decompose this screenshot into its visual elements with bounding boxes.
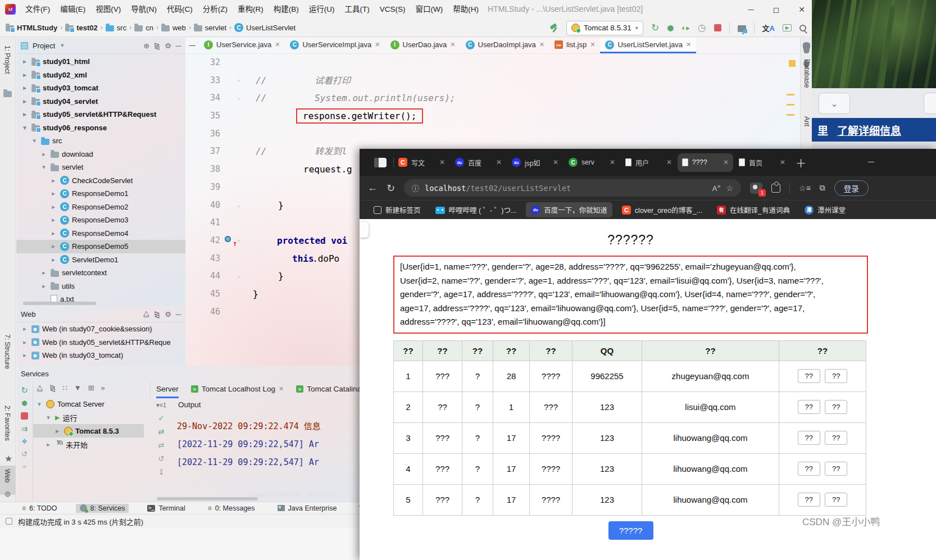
browser-tab-jsp如[interactable]: dujsp如✕: [507, 153, 563, 172]
browser-tab-首页[interactable]: 首页✕: [734, 153, 790, 172]
bookmark-在线翻译_有道词典[interactable]: 有在线翻译_有道词典: [712, 202, 795, 217]
project-tree-item-src[interactable]: ▾src: [16, 134, 185, 148]
project-tree-item-CheckCodeServlet[interactable]: ▸CCheckCodeServlet: [16, 174, 185, 188]
fold-marker-icon[interactable]: ▿: [237, 72, 240, 90]
breadcrumb-item-servlet[interactable]: servlet: [194, 24, 226, 32]
stripe-tab-structure[interactable]: 7: Structure: [3, 334, 11, 369]
project-tree-item-download[interactable]: ▸download: [16, 148, 185, 161]
stripe-tab-favorites[interactable]: 2: Favorites: [3, 406, 11, 441]
editor-tab-list.jsp[interactable]: jsplist.jsp✕: [549, 38, 600, 53]
project-tree-item-study05_servlet&HTTP&Request[interactable]: ▸study05_servlet&HTTP&Request: [16, 108, 185, 121]
collapse-all-icon[interactable]: ⧎: [154, 310, 160, 318]
toolwindow-tab-Java Enterprise[interactable]: Java Enterprise: [274, 504, 341, 513]
close-icon[interactable]: ✕: [610, 158, 615, 166]
minimize-icon[interactable]: ─: [748, 5, 754, 14]
browser-tab-百度[interactable]: du百度✕: [451, 153, 506, 172]
background-dropdown[interactable]: ⌄: [819, 93, 850, 114]
console-tab-Tomcat Localhost Log[interactable]: >Tomcat Localhost Log✕: [191, 385, 284, 398]
stripe-tab-project[interactable]: 1: Project: [3, 45, 11, 74]
services-item-未开始[interactable]: ▸未开始: [33, 438, 144, 451]
menu-item-12[interactable]: 帮助(H): [448, 0, 484, 19]
services-item-运行[interactable]: ▾▶运行: [33, 411, 144, 424]
tree-collapsed-icon[interactable]: ▸: [49, 216, 57, 224]
tree-collapsed-icon[interactable]: ▸: [49, 230, 57, 237]
fold-marker-icon[interactable]: ▵: [237, 267, 240, 285]
close-icon[interactable]: ✕: [439, 158, 445, 166]
project-tree-item-utils[interactable]: ▸utils: [16, 280, 185, 293]
run-toolwindow-icon[interactable]: ▶: [783, 24, 792, 31]
restart-icon[interactable]: ↺: [158, 454, 165, 463]
tree-collapsed-icon[interactable]: ▸: [21, 84, 29, 92]
new-tab-icon[interactable]: ＋: [796, 155, 806, 170]
project-tree-item-ServletDemo1[interactable]: ▸CServletDemo1: [16, 253, 185, 267]
soft-wrap-icon[interactable]: ▾≡1: [156, 402, 166, 409]
project-tree-item-a.txt[interactable]: a.txt: [16, 293, 185, 302]
close-icon[interactable]: ✕: [375, 41, 380, 48]
close-icon[interactable]: ✕: [450, 41, 455, 48]
close-icon[interactable]: ✕: [780, 158, 785, 166]
swap-icon[interactable]: ⇄: [158, 441, 165, 449]
project-tree-item-study02_xml[interactable]: ▸study02_xml: [16, 69, 185, 82]
close-icon[interactable]: ✕: [553, 158, 558, 166]
tree-collapsed-icon[interactable]: ▸: [49, 190, 57, 197]
group-icon[interactable]: ∷: [63, 384, 67, 393]
extensions-icon[interactable]: [771, 184, 780, 193]
floating-handle[interactable]: [360, 222, 369, 238]
close-icon[interactable]: ✕: [686, 41, 691, 48]
close-icon[interactable]: ✕: [723, 158, 729, 166]
close-icon[interactable]: ✕: [496, 158, 502, 166]
stop-icon[interactable]: [714, 24, 721, 31]
tree-collapsed-icon[interactable]: ▸: [21, 58, 29, 65]
collections-icon[interactable]: ⧉: [820, 183, 825, 193]
menu-item-0[interactable]: 文件(F): [20, 0, 55, 19]
edit-button-r5[interactable]: ??: [798, 493, 820, 507]
profile-avatar[interactable]: 1: [750, 183, 762, 194]
tree-collapsed-icon[interactable]: ▸: [21, 98, 29, 105]
tree-collapsed-icon[interactable]: ▸: [21, 71, 29, 79]
favorites-list-icon[interactable]: ☆≡: [799, 184, 811, 193]
refresh-icon[interactable]: ↺: [21, 450, 28, 458]
hide-panel-icon[interactable]: ─: [176, 42, 181, 50]
edit-button-r2[interactable]: ??: [798, 400, 820, 414]
workspaces-icon[interactable]: [374, 158, 387, 167]
editor-tab-UserDaoImpl.java[interactable]: CUserDaoImpl.java✕: [461, 38, 550, 53]
breadcrumb-item-src[interactable]: src: [106, 24, 126, 32]
translate-icon[interactable]: 文A: [762, 22, 775, 33]
tree-expanded-icon[interactable]: ▾: [35, 400, 43, 408]
services-item-Tomcat Server[interactable]: ▾Tomcat Server: [33, 397, 144, 411]
toolwindow-tab-Terminal[interactable]: >_Terminal: [143, 504, 189, 513]
delete-button-r1[interactable]: ??: [825, 369, 847, 383]
tree-collapsed-icon[interactable]: ▸: [21, 352, 29, 359]
expand-all-icon[interactable]: ⧋: [37, 384, 43, 393]
delete-button-r4[interactable]: ??: [825, 462, 847, 476]
close-icon[interactable]: ✕: [590, 41, 595, 48]
stripe-tab-database[interactable]: Database: [803, 59, 811, 88]
project-tree-item-ResponseDemo3[interactable]: ▸CResponseDemo3: [16, 213, 185, 227]
browser-minimize-icon[interactable]: ─: [868, 157, 874, 166]
more-icon[interactable]: »: [101, 384, 105, 393]
tree-collapsed-icon[interactable]: ▸: [49, 243, 57, 250]
login-button[interactable]: 登录: [834, 180, 869, 196]
tree-collapsed-icon[interactable]: ▸: [53, 427, 61, 435]
browser-tab-serv[interactable]: Cserv✕: [564, 153, 620, 172]
breadcrumb-item-HTMLStudy[interactable]: HTMLStudy: [6, 24, 57, 32]
address-bar[interactable]: ⓘ localhost/test02/userListServlet A» ☆: [404, 179, 741, 197]
tree-expanded-icon[interactable]: ▾: [40, 163, 48, 171]
deploy-icon[interactable]: ⇉: [21, 425, 28, 432]
search-icon[interactable]: [799, 25, 806, 31]
tree-collapsed-icon[interactable]: ▸: [49, 177, 57, 184]
project-tree-item-ResponseDemo2[interactable]: ▸CResponseDemo2: [16, 201, 185, 214]
menu-item-4[interactable]: 代码(C): [162, 0, 198, 19]
bookmark-百度一下，你就知道[interactable]: du百度一下，你就知道: [526, 202, 612, 217]
menu-item-5[interactable]: 分析(Z): [198, 0, 233, 19]
inspection-status-square[interactable]: [789, 60, 796, 67]
rerun-icon[interactable]: ↻: [21, 386, 28, 394]
editor-tab-UserListServlet.java[interactable]: CUserListServlet.java✕: [600, 38, 696, 53]
fold-marker-icon[interactable]: ▵: [237, 89, 240, 107]
override-marker-icon[interactable]: [225, 236, 231, 242]
tree-expanded-icon[interactable]: ▾: [21, 124, 29, 131]
toolwindow-tab-0: Messages[interactable]: ≡0: Messages: [204, 504, 259, 513]
console-tab-Server[interactable]: Server: [156, 385, 179, 398]
web-item-2[interactable]: ▸Web (in study03_tomcat): [16, 349, 185, 362]
hide-tabs-icon[interactable]: ─: [185, 38, 199, 53]
